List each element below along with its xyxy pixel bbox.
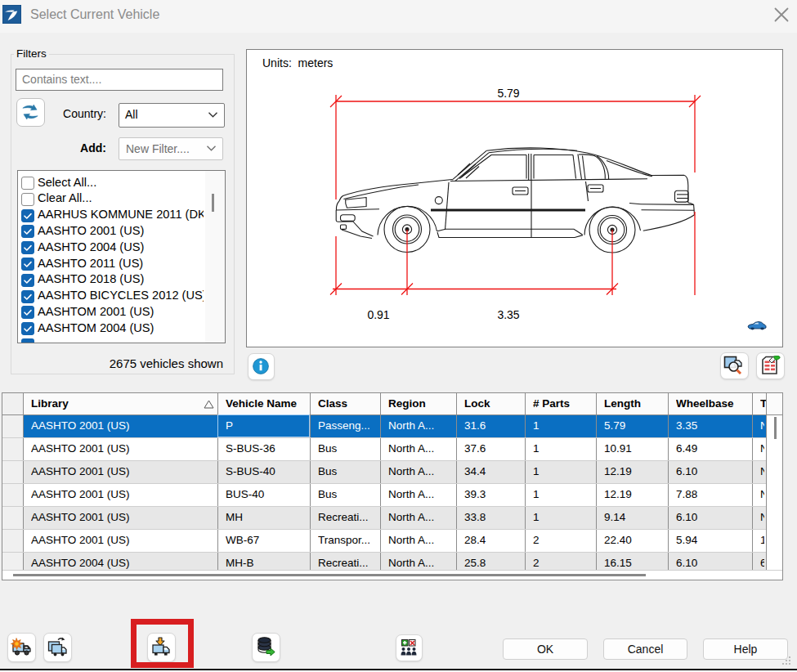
svg-text:3.35: 3.35 [497, 308, 519, 321]
svg-text:5.79: 5.79 [497, 87, 519, 100]
svg-text:0.91: 0.91 [367, 308, 389, 321]
